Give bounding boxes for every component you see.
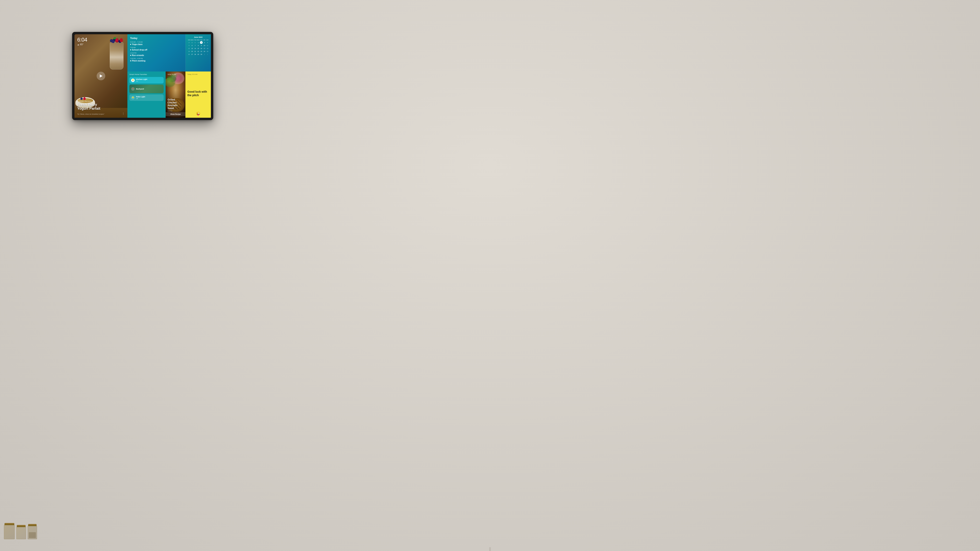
raspberry: [115, 38, 119, 43]
day-sun: SUN: [188, 40, 191, 41]
cal-cell[interactable]: 1: [197, 41, 199, 44]
event-dot: [130, 60, 131, 61]
event-4-time: 1:30 PM – 4:30 PM: [130, 57, 183, 59]
blueberry: [112, 40, 115, 43]
cal-cell[interactable]: 15: [197, 47, 199, 50]
recipe-category: Popular Recipes: [77, 100, 125, 102]
cal-cell[interactable]: 10: [203, 44, 206, 47]
cal-cell[interactable]: 6: [191, 44, 194, 47]
event-3: 12:30 PM Run errands: [130, 52, 183, 56]
recipe-panel[interactable]: 6:04 ☁ 65° Popular Recipes Fresh Berry Y…: [75, 34, 127, 118]
calendar-day-names: SUN MON TUE WED THU FRI SAT: [188, 40, 209, 41]
bottom-section: Smart Home Favorites 💡 Kitchen Light On: [127, 71, 211, 118]
day-mon: MON: [191, 40, 194, 41]
backyard-content: 📍 Backyard: [129, 85, 164, 93]
camera-dot: [73, 33, 75, 35]
bulb-icon: 💡: [132, 79, 134, 81]
schedule-panel: Today 6:30 AM – 7:15 AM Yoga class 7:45 …: [127, 34, 185, 71]
cal-cell[interactable]: 9: [200, 44, 203, 47]
kitchen-light-icon-circle: 💡: [131, 79, 135, 82]
smart-home-title: Smart Home Favorites: [129, 73, 164, 75]
cal-cell[interactable]: 1: [203, 53, 206, 56]
event-2-time: 7:45 AM: [130, 47, 183, 48]
cal-cell[interactable]: 27: [191, 53, 194, 56]
kitchen-light-button[interactable]: 💡 Kitchen Light On: [129, 77, 164, 83]
day-fri: FRI: [203, 40, 206, 41]
echo-show-device: 6:04 ☁ 65° Popular Recipes Fresh Berry Y…: [72, 32, 213, 120]
cal-cell[interactable]: 20: [191, 50, 194, 53]
cal-cell[interactable]: 17: [203, 47, 206, 50]
kitchen-light-status: On: [136, 80, 147, 82]
cal-cell[interactable]: 7: [194, 44, 197, 47]
kitchen-light-info: Kitchen Light On: [136, 78, 147, 82]
cal-cell[interactable]: 29: [188, 41, 190, 44]
event-4: 1:30 PM – 4:30 PM Pitch meeting: [130, 57, 183, 62]
cal-cell[interactable]: 13: [191, 47, 194, 50]
cal-cell[interactable]: 30: [191, 41, 194, 44]
patio-light-info: Patio Light Off: [136, 96, 145, 100]
cal-cell[interactable]: 30: [200, 53, 203, 56]
cal-cell[interactable]: 24: [203, 50, 206, 53]
calendar-grid: 29 30 31 1 2 3 4 5 6 7 8 9: [188, 41, 209, 56]
cal-cell[interactable]: 16: [200, 47, 203, 50]
day-sat: SAT: [206, 40, 209, 41]
cal-cell[interactable]: 18: [206, 47, 209, 50]
note-emoji: 😜: [188, 111, 209, 116]
event-dot: [130, 55, 131, 56]
time-display: 6:04 ☁ 65°: [77, 37, 87, 46]
patio-light-button[interactable]: 💡 Patio Light Off: [129, 94, 164, 101]
cal-cell[interactable]: 26: [188, 53, 190, 56]
cal-cell[interactable]: 2: [206, 53, 209, 56]
cal-cell[interactable]: 21: [194, 50, 197, 53]
day-thu: THU: [200, 40, 203, 41]
recipe-info: Popular Recipes Fresh Berry Yogurt Parfa…: [77, 100, 125, 111]
device-screen: 6:04 ☁ 65° Popular Recipes Fresh Berry Y…: [75, 34, 211, 118]
food-sub: Kitchen: [167, 110, 183, 112]
food-tile[interactable]: What To Eat Grilled Chicken Avocado Sala…: [165, 71, 185, 118]
sticky-note-tile: Today, 5:51 AM Good luck with the pitch …: [185, 71, 211, 118]
cal-cell[interactable]: 28: [194, 53, 197, 56]
right-panel: Today 6:30 AM – 7:15 AM Yoga class 7:45 …: [127, 34, 211, 118]
cal-cell[interactable]: 12: [188, 47, 190, 50]
note-content: Good luck with the pitch: [188, 76, 209, 111]
cal-cell[interactable]: 23: [200, 50, 203, 53]
cal-cell[interactable]: 4: [206, 41, 209, 44]
event-4-name: Pitch meeting: [130, 60, 183, 62]
berries-layer: [109, 38, 124, 47]
bulb-off-icon: 💡: [132, 97, 134, 99]
cal-cell[interactable]: 14: [194, 47, 197, 50]
cal-cell[interactable]: 3: [203, 41, 206, 44]
cal-cell[interactable]: 29: [197, 53, 199, 56]
top-section: Today 6:30 AM – 7:15 AM Yoga class 7:45 …: [127, 34, 211, 71]
cal-cell[interactable]: 19: [188, 50, 190, 53]
event-3-name: Run errands: [130, 54, 183, 56]
patio-light-icon-circle: 💡: [131, 96, 135, 100]
location-pin-icon: 📍: [132, 88, 134, 90]
day-tue: TUE: [194, 40, 197, 41]
cal-cell-today[interactable]: 2: [200, 41, 203, 44]
cal-cell[interactable]: 25: [206, 50, 209, 53]
more-options-icon[interactable]: ⋮: [122, 112, 125, 115]
backyard-icon-circle: 📍: [131, 87, 135, 91]
event-2: 7:45 AM School drop-off: [130, 47, 183, 51]
cal-cell[interactable]: 31: [194, 41, 197, 44]
event-3-time: 12:30 PM: [130, 52, 183, 54]
food-name: Grilled Chicken Avocado Salad Kitchen: [167, 98, 183, 112]
raspberry: [120, 38, 123, 42]
weather-icon: ☁: [77, 43, 79, 46]
backyard-button[interactable]: 📍 Backyard: [129, 85, 164, 93]
event-1-time: 6:30 AM – 7:15 AM: [130, 41, 183, 43]
patio-light-status: Off: [136, 98, 145, 100]
calendar-month-year: June 2022: [188, 36, 209, 38]
food-label: What To Eat: [167, 73, 176, 75]
cal-cell[interactable]: 5: [188, 44, 190, 47]
bowl-raspberry: [83, 97, 86, 100]
cal-cell[interactable]: 22: [197, 50, 199, 53]
patio-light-name: Patio Light: [136, 96, 145, 98]
cal-cell[interactable]: 8: [197, 44, 199, 47]
show-recipe-button[interactable]: Show Recipe: [165, 112, 185, 116]
calendar-panel: June 2022 SUN MON TUE WED THU FRI SAT: [185, 34, 211, 71]
alexa-prompt: Try "Alexa, show me breakfast recipes": [77, 113, 125, 115]
smart-home-tile: Smart Home Favorites 💡 Kitchen Light On: [127, 71, 165, 118]
cal-cell[interactable]: 11: [206, 44, 209, 47]
